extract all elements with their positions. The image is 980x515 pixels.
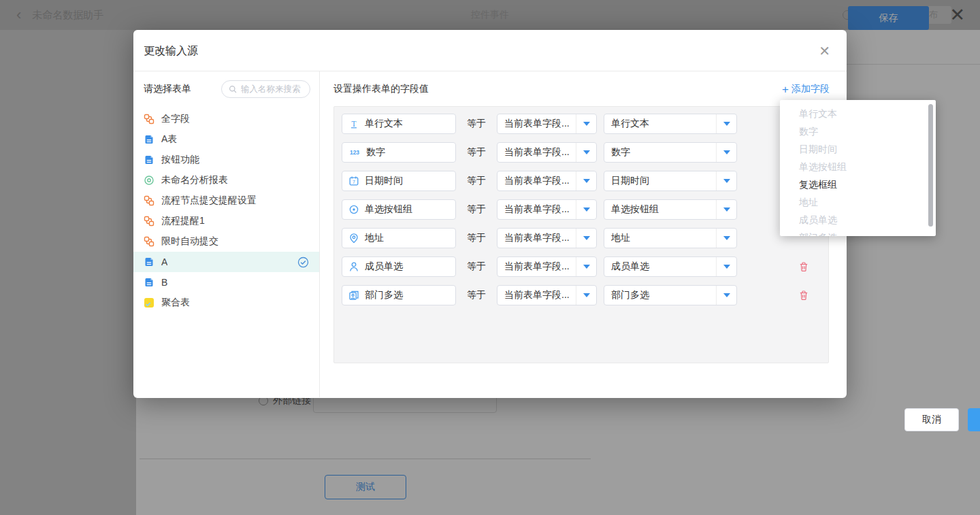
field-row: 地址 等于 当前表单字段... 地址: [342, 228, 828, 248]
form-item-label: 流程节点提交提醒设置: [161, 195, 257, 207]
form-list-item[interactable]: 流程提醒1: [133, 211, 319, 231]
source-type-value: 当前表单字段...: [497, 232, 576, 244]
target-field-box[interactable]: 7 日期时间: [342, 171, 456, 191]
dropdown-item: 部门多选: [780, 229, 936, 236]
source-type-select[interactable]: 当前表单字段...: [497, 199, 597, 220]
department-field-icon: [348, 290, 359, 301]
search-input[interactable]: 输入名称来搜索: [221, 80, 310, 98]
source-type-value: 当前表单字段...: [497, 146, 576, 159]
target-field-box[interactable]: 单选按钮组: [342, 199, 456, 220]
form-list-item[interactable]: A表: [133, 129, 319, 150]
chevron-down-icon: [583, 150, 590, 154]
form-item-label: 按钮功能: [161, 154, 199, 166]
field-label: 数字: [366, 146, 385, 159]
form-item-label: A表: [161, 133, 177, 146]
trash-icon: [798, 290, 809, 301]
form-list-item[interactable]: 未命名分析报表: [133, 170, 319, 190]
source-field-select[interactable]: 成员单选: [604, 256, 737, 277]
source-field-select[interactable]: 地址: [604, 228, 737, 248]
source-type-value: 当前表单字段...: [497, 289, 576, 301]
source-field-select[interactable]: 单选按钮组: [604, 199, 737, 220]
source-field-select[interactable]: 日期时间: [604, 171, 737, 191]
source-field-select[interactable]: 单行文本: [604, 114, 737, 134]
dropdown-item-checkbox-group[interactable]: 复选框组: [780, 176, 936, 193]
operator-label: 等于: [456, 146, 497, 159]
trash-icon: [798, 261, 809, 272]
form-item-label: 限时自动提交: [161, 235, 218, 248]
source-type-select[interactable]: 当前表单字段...: [497, 142, 597, 163]
flow-icon: [144, 236, 154, 247]
field-row: 7 日期时间 等于 当前表单字段... 日期时间: [342, 171, 828, 191]
form-list-item[interactable]: 全字段: [133, 109, 319, 129]
source-type-select[interactable]: 当前表单字段...: [497, 114, 597, 134]
search-placeholder: 输入名称来搜索: [241, 84, 301, 95]
chevron-down-icon: [723, 179, 730, 183]
svg-text:7: 7: [353, 180, 355, 184]
form-list: 全字段 A表 按钮功能 未命名分析报表: [133, 109, 319, 313]
source-field-value: 成员单选: [604, 261, 716, 273]
operator-label: 等于: [456, 261, 497, 273]
dropdown-scrollbar[interactable]: [928, 104, 933, 227]
form-doc-icon: [144, 134, 154, 145]
flow-icon: [144, 216, 154, 227]
field-rows-panel: T 单行文本 等于 当前表单字段... 单行文本: [333, 106, 829, 363]
field-row: T 单行文本 等于 当前表单字段... 单行文本: [342, 114, 828, 134]
target-field-box[interactable]: 成员单选: [342, 256, 456, 277]
form-list-item[interactable]: B: [133, 272, 319, 293]
add-field-button[interactable]: + 添加字段: [782, 83, 830, 95]
field-row: 123 数字 等于 当前表单字段... 数字: [342, 142, 828, 163]
dialog-close-icon[interactable]: ✕: [819, 43, 830, 59]
source-field-select[interactable]: 数字: [604, 142, 737, 163]
text-field-icon: T: [348, 118, 359, 129]
form-list-item[interactable]: 流程节点提交提醒设置: [133, 190, 319, 211]
chevron-down-icon: [723, 236, 730, 240]
form-list-item[interactable]: 聚合表: [133, 293, 319, 313]
field-label: 部门多选: [365, 289, 403, 301]
form-item-label: B: [161, 277, 167, 288]
delete-row-button[interactable]: [798, 261, 809, 272]
field-label: 日期时间: [365, 175, 403, 187]
chevron-down-icon: [583, 207, 590, 212]
source-type-select[interactable]: 当前表单字段...: [497, 256, 597, 277]
confirm-button[interactable]: 确定: [968, 408, 980, 431]
svg-text:123: 123: [350, 149, 359, 156]
source-field-select[interactable]: 部门多选: [604, 285, 737, 305]
form-item-label: 聚合表: [161, 297, 190, 309]
source-field-value: 数字: [604, 146, 716, 159]
add-field-label: 添加字段: [791, 83, 830, 95]
source-type-select[interactable]: 当前表单字段...: [497, 228, 597, 248]
number-field-icon: 123: [348, 147, 361, 158]
chevron-down-icon: [583, 179, 590, 183]
add-field-dropdown: 单行文本 数字 日期时间 单选按钮组 复选框组 地址 成员单选 部门多选: [780, 100, 936, 236]
field-row: 成员单选 等于 当前表单字段... 成员单选: [342, 256, 828, 277]
change-input-source-dialog: 更改输入源 ✕ 请选择表单 输入名称来搜索 全字段: [133, 30, 847, 398]
chevron-down-icon: [583, 265, 590, 269]
dropdown-item: 日期时间: [780, 140, 936, 158]
source-field-value: 日期时间: [604, 175, 716, 187]
form-list-item-selected[interactable]: A: [133, 252, 319, 272]
aggregate-table-icon: [144, 297, 154, 308]
target-field-box[interactable]: 地址: [342, 228, 456, 248]
delete-row-button[interactable]: [798, 290, 809, 301]
source-field-value: 单行文本: [604, 118, 716, 130]
form-list-item[interactable]: 限时自动提交: [133, 231, 319, 252]
chevron-down-icon: [723, 150, 730, 154]
dropdown-item: 成员单选: [780, 211, 936, 229]
cancel-button[interactable]: 取消: [904, 408, 959, 431]
field-row: 单选按钮组 等于 当前表单字段... 单选按钮组: [342, 199, 828, 220]
source-type-select[interactable]: 当前表单字段...: [497, 285, 597, 305]
form-list-item[interactable]: 按钮功能: [133, 150, 319, 170]
dropdown-item: 单选按钮组: [780, 158, 936, 176]
source-type-select[interactable]: 当前表单字段...: [497, 171, 597, 191]
field-mapping-panel: 设置操作表单的字段值 + 添加字段 T 单行文本 等于 当前: [320, 71, 847, 397]
target-field-box[interactable]: T 单行文本: [342, 114, 456, 134]
flow-icon: [144, 114, 154, 124]
page: ‹ 未命名数据助手 控件事件 使用帮助 发布 保存 ✕ 外部链接 测试 更改输入…: [0, 0, 980, 515]
form-item-label: 流程提醒1: [161, 215, 205, 227]
search-icon: [229, 85, 238, 94]
chevron-down-icon: [723, 265, 730, 269]
date-field-icon: 7: [348, 176, 359, 186]
target-field-box[interactable]: 123 数字: [342, 142, 456, 163]
form-picker-sidebar: 请选择表单 输入名称来搜索 全字段 A表: [133, 71, 320, 397]
target-field-box[interactable]: 部门多选: [342, 285, 456, 305]
